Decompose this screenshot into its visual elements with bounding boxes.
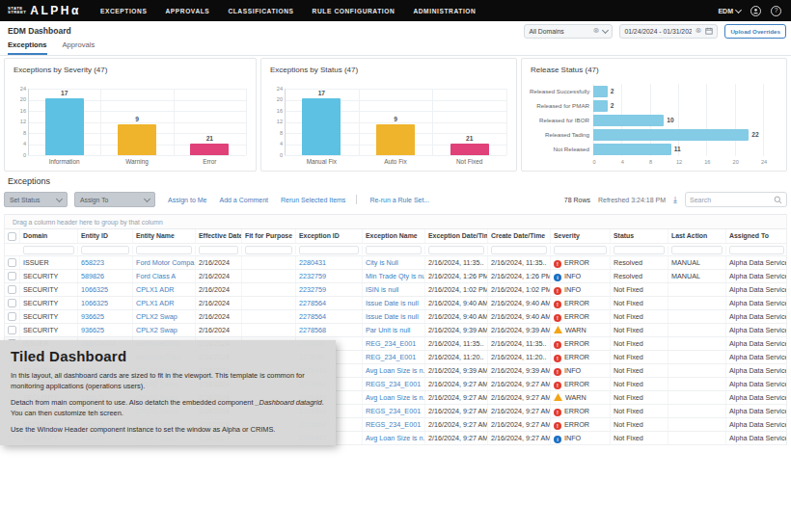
column-header-fit-for-purpose[interactable]: Fit for Purpose [242,229,296,243]
help-icon[interactable]: ? [771,6,781,16]
bar-released-tading[interactable] [593,129,749,141]
bar-released-for-ibor[interactable] [593,115,664,126]
filter-input-entity-id[interactable] [81,246,129,254]
filter-input-last-action[interactable] [671,246,723,254]
edm-app-menu[interactable]: EDM [718,8,741,14]
cell-entity-name[interactable]: Ford Motor Compa... [133,256,196,269]
column-header-effective-date[interactable]: Effective Date [196,229,242,243]
bar-manual-fix[interactable] [302,98,341,155]
column-header-last-action[interactable]: Last Action [668,229,726,243]
clear-circle-icon[interactable]: ⊗ [696,27,701,35]
nav-exceptions[interactable]: EXCEPTIONS [100,8,148,14]
nav-rule-configuration[interactable]: RULE CONFIGURATION [313,8,396,14]
cell-entity-id[interactable]: 936625 [78,310,133,323]
filter-input-exception-id[interactable] [299,246,359,254]
column-header-exception-id[interactable]: Exception ID [296,229,363,243]
download-icon[interactable]: ⤓ [673,196,677,204]
cell-entity-name[interactable]: CPLX1 ADR [133,283,196,296]
cell-exception-name[interactable]: City is Null [363,256,425,269]
column-header-assigned-to[interactable]: Assigned To [726,229,787,243]
column-header-create-date-time[interactable]: Create Date/Time [488,229,551,243]
filter-input-severity[interactable] [554,246,607,254]
cell-exception-name[interactable]: Avg Loan Size is n... [363,391,425,404]
row-checkbox[interactable] [8,299,16,307]
cell-exception-name[interactable]: Issue Date is null [363,297,425,309]
filter-input-effective-date[interactable] [199,246,238,254]
cell-exception-name[interactable]: Avg Loan Size is n... [363,364,425,377]
cell-exception-name[interactable]: Par Unit is null [363,324,425,336]
column-header-entity-id[interactable]: Entity ID [78,229,133,243]
cell-exception-name[interactable]: REGS_234_E001 [363,405,425,417]
rerun-selected-items-link[interactable]: Rerun Selected Items [281,197,345,203]
filter-input-fit-for-purpose[interactable] [245,246,292,254]
cell-entity-name[interactable]: CPLX2 Swap [133,324,196,336]
cell-entity-id[interactable]: 936625 [78,324,133,336]
cell-entity-id[interactable]: 1066325 [78,283,133,296]
cell-exception-name[interactable]: REGS_234_E001 [363,418,425,431]
cell-exception-name[interactable]: Avg Loan Size is n... [363,432,425,444]
bar-released-for-pmar[interactable] [593,100,608,112]
cell-exception-id[interactable]: 2280431 [296,256,363,269]
cell-exception-id[interactable]: 2232759 [296,270,363,282]
bar-auto-fix[interactable] [376,124,415,155]
all-domains-select[interactable]: All Domains ⊗ [524,24,613,39]
row-checkbox[interactable] [8,312,16,321]
select-all-checkbox[interactable] [8,232,16,241]
row-checkbox[interactable] [8,258,16,267]
bar-warning[interactable] [118,124,156,155]
cell-exception-id[interactable]: 2278564 [296,297,363,309]
cell-exception-name[interactable]: Issue Date is null [363,310,425,323]
column-header-domain[interactable]: Domain [20,229,78,243]
bar-information[interactable] [45,98,84,155]
row-checkbox[interactable] [8,326,16,334]
column-header-entity-name[interactable]: Entity Name [133,229,196,243]
group-by-drop-zone[interactable]: Drag a column header here to group by th… [5,214,786,229]
cell-entity-name[interactable]: CPLX2 Swap [133,310,196,323]
filter-input-exception-datetime[interactable] [428,246,484,254]
upload-overrides-button[interactable]: Upload Overrides [724,24,786,39]
cell-exception-name[interactable]: REG_234_E001 [363,337,425,350]
assign-to-me-link[interactable]: Assign to Me [168,197,206,203]
cell-entity-name[interactable]: CPLX1 ADR [133,297,196,309]
cell-entity-id[interactable]: 1066325 [78,297,133,309]
bar-released-successfully[interactable] [593,86,608,97]
user-icon[interactable] [750,6,761,16]
column-header-exception-date-time[interactable]: Exception Date/Time [425,229,488,243]
date-range-picker[interactable]: 01/24/2024 - 01/31/2024 ⊗ [619,24,718,39]
filter-input-assigned-to[interactable] [729,246,784,254]
row-checkbox[interactable] [8,285,16,294]
cell-exception-name[interactable]: REG_234_E001 [363,351,425,363]
row-checkbox[interactable] [8,272,16,280]
filter-input-exception-name[interactable] [366,246,422,254]
nav-approvals[interactable]: APPROVALS [165,8,209,14]
cell-exception-name[interactable]: ISIN is null [363,283,425,296]
filter-input-domain[interactable] [23,246,74,254]
filter-input-create-datetime[interactable] [491,246,547,254]
clear-circle-icon[interactable]: ⊗ [593,27,599,35]
filter-input-status[interactable] [614,246,665,254]
cell-exception-name[interactable]: REGS_234_E001 [363,378,425,390]
cell-exception-id[interactable]: 2278568 [296,324,363,336]
cell-entity-id[interactable]: 658223 [78,256,133,269]
set-status-select[interactable]: Set Status [4,192,68,207]
nav-administration[interactable]: ADMINISTRATION [413,8,476,14]
bar-not-released[interactable] [593,144,671,155]
cell-exception-name[interactable]: Min Trade Qty is null [363,270,425,282]
tab-exceptions[interactable]: Exceptions [8,40,47,55]
cell-entity-id[interactable]: 589826 [78,270,133,282]
rerun-rule-set-link[interactable]: Re-run a Rule Set... [369,197,429,203]
bar-error[interactable] [190,144,229,155]
column-header-status[interactable]: Status [611,229,668,243]
cell-exception-id[interactable]: 2232759 [296,283,363,296]
add-a-comment-link[interactable]: Add a Comment [219,197,268,203]
filter-input-entity-name[interactable] [136,246,192,254]
column-header-exception-name[interactable]: Exception Name [363,229,425,243]
bar-not-fixed[interactable] [450,144,489,155]
search-input[interactable] [690,197,774,203]
tab-approvals[interactable]: Approvals [63,40,95,55]
cell-exception-id[interactable]: 2278564 [296,310,363,323]
nav-classifications[interactable]: CLASSIFICATIONS [228,8,293,14]
column-header-severity[interactable]: Severity [551,229,611,243]
assign-to-select[interactable]: Assign To [74,192,155,207]
cell-entity-name[interactable]: Ford Class A [133,270,196,282]
